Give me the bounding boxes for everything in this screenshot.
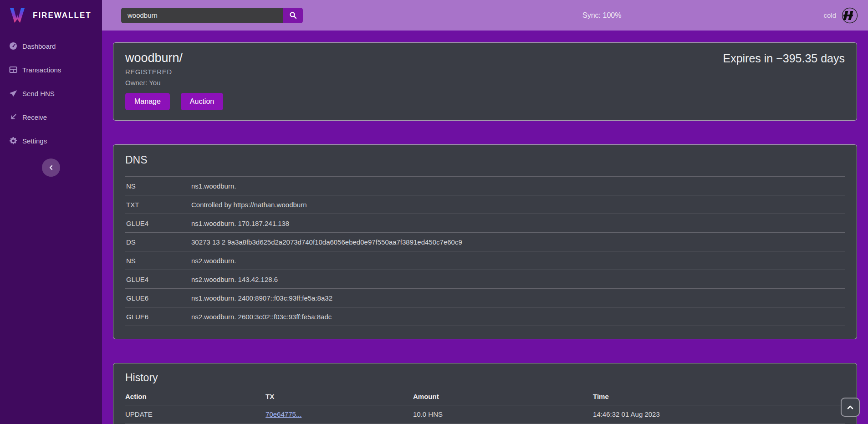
dns-record-value: ns2.woodburn. 2600:3c02::f03c:93ff:fe5a:… — [191, 307, 845, 326]
history-card: History Action TX Amount Time UPDATE — [113, 363, 857, 424]
dns-record-value: Controlled by https://nathan.woodburn — [191, 195, 845, 214]
history-col-action: Action — [125, 388, 266, 405]
receive-arrow-icon — [9, 113, 17, 121]
history-col-time: Time — [593, 388, 845, 405]
history-action: UPDATE — [125, 405, 266, 424]
dns-record-value: ns2.woodburn. 143.42.128.6 — [191, 270, 845, 289]
dns-record-type: TXT — [125, 195, 191, 214]
domain-status: REGISTERED — [125, 68, 845, 76]
dns-record-type: GLUE6 — [125, 307, 191, 326]
domain-card: woodburn/ REGISTERED Owner: You Manage A… — [113, 42, 857, 121]
sidebar-item-dashboard[interactable]: Dashboard — [0, 34, 102, 58]
dns-record-type: GLUE4 — [125, 214, 191, 233]
wallet-name: cold — [823, 11, 836, 19]
dns-record-row: GLUE4 ns1.woodburn. 170.187.241.138 — [125, 214, 845, 233]
sidebar-item-send-hns[interactable]: Send HNS — [0, 82, 102, 105]
domain-owner: Owner: You — [125, 79, 845, 87]
tx-link[interactable]: 70e64775... — [266, 410, 301, 418]
wallet-zone[interactable]: cold — [823, 7, 858, 24]
domain-actions: Manage Auction — [125, 93, 845, 110]
dns-record-row: DS 30273 13 2 9a3a8fb3d625d2a2073d740f10… — [125, 233, 845, 251]
topbar: Sync: 100% cold — [102, 0, 868, 31]
dns-record-value: 30273 13 2 9a3a8fb3d625d2a2073d740f10da6… — [191, 233, 845, 251]
sidebar-item-label: Send HNS — [22, 90, 55, 97]
auction-button[interactable]: Auction — [181, 93, 223, 110]
sidebar-item-label: Transactions — [22, 66, 61, 74]
send-plane-icon — [9, 89, 17, 97]
gear-icon — [9, 137, 17, 145]
dns-record-row: TXT Controlled by https://nathan.woodbur… — [125, 195, 845, 214]
history-col-tx: TX — [266, 388, 413, 405]
dns-record-type: NS — [125, 177, 191, 195]
sidebar-item-label: Settings — [22, 137, 47, 145]
dns-table: NS ns1.woodburn. TXT Controlled by https… — [125, 176, 845, 326]
dns-record-row: NS ns2.woodburn. — [125, 251, 845, 270]
history-time: 14:46:32 01 Aug 2023 — [593, 405, 845, 424]
dns-record-type: NS — [125, 251, 191, 270]
dns-record-row: GLUE4 ns2.woodburn. 143.42.128.6 — [125, 270, 845, 289]
sidebar-item-settings[interactable]: Settings — [0, 129, 102, 153]
history-card-title: History — [113, 372, 857, 384]
handshake-logo-icon — [842, 7, 858, 24]
history-header-row: Action TX Amount Time — [125, 388, 845, 405]
sidebar-item-transactions[interactable]: Transactions — [0, 58, 102, 82]
manage-button[interactable]: Manage — [125, 93, 170, 110]
search-group — [121, 8, 303, 23]
sync-status: Sync: 100% — [303, 11, 823, 20]
history-col-amount: Amount — [413, 388, 593, 405]
sidebar-collapse-button[interactable] — [42, 158, 60, 177]
sidebar-nav: Dashboard Transactions Send HNS Receive — [0, 31, 102, 153]
dns-record-value: ns1.woodburn. 170.187.241.138 — [191, 214, 845, 233]
dashboard-gauge-icon — [9, 42, 17, 50]
domain-expiry: Expires in ~395.35 days — [723, 52, 845, 65]
search-input[interactable] — [121, 8, 283, 23]
search-icon — [289, 11, 297, 19]
dns-record-row: GLUE6 ns1.woodburn. 2400:8907::f03c:93ff… — [125, 289, 845, 307]
brand: FIREWALLET — [0, 0, 102, 31]
dns-record-row: GLUE6 ns2.woodburn. 2600:3c02::f03c:93ff… — [125, 307, 845, 326]
firewallet-logo — [7, 5, 27, 26]
search-button[interactable] — [283, 8, 303, 23]
dns-record-type: DS — [125, 233, 191, 251]
dns-record-value: ns1.woodburn. — [191, 177, 845, 195]
dns-card-title: DNS — [125, 154, 845, 166]
firewallet-app: FIREWALLET Dashboard Transactions Send H… — [0, 0, 868, 424]
sidebar-item-receive[interactable]: Receive — [0, 105, 102, 129]
chevron-left-icon — [48, 165, 54, 170]
chevron-up-icon — [847, 405, 853, 409]
dns-card: DNS NS ns1.woodburn. TXT Controlled by h… — [113, 144, 857, 339]
main-column: Sync: 100% cold — [102, 0, 868, 424]
app-title: FIREWALLET — [33, 11, 92, 20]
sidebar: FIREWALLET Dashboard Transactions Send H… — [0, 0, 102, 424]
dns-record-value: ns2.woodburn. — [191, 251, 845, 270]
history-row: UPDATE 70e64775... 10.0 HNS 14:46:32 01 … — [125, 405, 845, 424]
dns-record-type: GLUE6 — [125, 289, 191, 307]
content-area: woodburn/ REGISTERED Owner: You Manage A… — [102, 31, 868, 424]
history-table: Action TX Amount Time UPDATE 70e64775...… — [125, 388, 845, 424]
scroll-to-top-button[interactable] — [841, 398, 860, 417]
dns-record-row: NS ns1.woodburn. — [125, 177, 845, 195]
history-amount: 10.0 HNS — [413, 405, 593, 424]
sidebar-item-label: Receive — [22, 113, 47, 121]
sidebar-item-label: Dashboard — [22, 42, 56, 50]
dns-record-type: GLUE4 — [125, 270, 191, 289]
dns-record-value: ns1.woodburn. 2400:8907::f03c:93ff:fe5a:… — [191, 289, 845, 307]
transactions-table-icon — [9, 66, 17, 74]
